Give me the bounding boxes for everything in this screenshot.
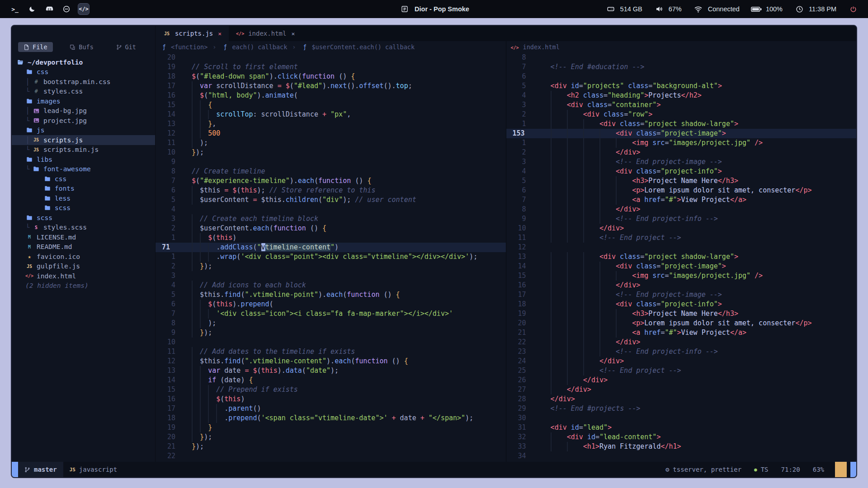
code-line[interactable]: 17var scrollDistance = $("#lead").next()… bbox=[156, 81, 506, 91]
code-line[interactable]: 1<img src="images/project.jpg" /> bbox=[506, 138, 857, 148]
code-line[interactable]: 16$(this) bbox=[156, 394, 506, 404]
code-line[interactable]: 9}); bbox=[156, 328, 506, 338]
code-line[interactable]: 17<!-- End project-image --> bbox=[506, 290, 857, 300]
code-line[interactable]: 4// Add icons to each block bbox=[156, 281, 506, 290]
code-line[interactable]: 22 bbox=[156, 451, 506, 461]
code-line[interactable]: 19<h3>Project Name Here</h3> bbox=[506, 309, 857, 319]
code-line[interactable]: 21<a href="#">View Project</a> bbox=[506, 328, 857, 338]
code-line[interactable]: 14<div class="project-image"> bbox=[506, 262, 857, 271]
tree-item-images[interactable]: images bbox=[12, 96, 155, 106]
code-line[interactable]: 14if (date) { bbox=[156, 375, 506, 385]
tree-item-scss[interactable]: scss bbox=[12, 203, 155, 213]
sidebar-tab-bufs[interactable]: Bufs bbox=[64, 42, 99, 52]
code-line[interactable]: 34 bbox=[506, 451, 857, 461]
now-playing[interactable]: Dior - Pop Smoke bbox=[399, 0, 469, 18]
tree-item-bootstrap-min-css[interactable]: │#bootstrap.min.css bbox=[12, 77, 155, 87]
code-line[interactable]: 1<div class="project shadow-large"> bbox=[506, 119, 857, 129]
code-line[interactable]: 5<h3>Project Name Here</h3> bbox=[506, 176, 857, 186]
code-line[interactable]: 5$userContent = $this.children("div"); /… bbox=[156, 195, 506, 205]
code-line[interactable]: 1$(this) bbox=[156, 233, 506, 243]
code-line[interactable]: 17.parent() bbox=[156, 404, 506, 413]
terminal-icon[interactable]: >_ bbox=[9, 3, 21, 15]
tree-item-license-md[interactable]: MLICENSE.md bbox=[12, 232, 155, 242]
code-line[interactable]: 5<div id="projects" class="background-al… bbox=[506, 81, 857, 91]
code-line[interactable]: 12500 bbox=[156, 129, 506, 138]
tree-item-scripts-min-js[interactable]: └JSscripts.min.js bbox=[12, 145, 155, 155]
record-icon[interactable] bbox=[61, 3, 72, 15]
tree-item-css[interactable]: css bbox=[12, 67, 155, 77]
tree-item-less[interactable]: less bbox=[12, 193, 155, 203]
code-line[interactable]: 7<!-- End #education --> bbox=[506, 62, 857, 72]
breadcrumb-item[interactable]: ƒ$userContent.each() callback bbox=[301, 43, 415, 51]
code-line[interactable]: 16</div> bbox=[506, 281, 857, 290]
tree-item-styles-scss[interactable]: └Sstyles.scss bbox=[12, 223, 155, 233]
sidebar-tab-file[interactable]: File bbox=[18, 42, 53, 52]
code-line[interactable]: 8</div> bbox=[506, 205, 857, 214]
code-line[interactable]: 18<div class="project-info"> bbox=[506, 300, 857, 309]
tree-item-readme-md[interactable]: MREADME.md bbox=[12, 242, 155, 252]
code-line[interactable]: 22</div> bbox=[506, 338, 857, 347]
code-line[interactable]: 3<div class="container"> bbox=[506, 100, 857, 110]
code-line[interactable]: 8); bbox=[156, 319, 506, 328]
moon-icon[interactable] bbox=[26, 3, 38, 15]
code-line[interactable]: 6$this = $(this); // Store reference to … bbox=[156, 186, 506, 195]
code-line[interactable]: 33<h1>Ryan Fitzgerald</h1> bbox=[506, 442, 857, 451]
code-line[interactable]: 23<!-- End project-info --> bbox=[506, 347, 857, 357]
sidebar-tab-git[interactable]: Git bbox=[111, 42, 142, 52]
code-line[interactable]: 4 bbox=[156, 205, 506, 214]
code-line[interactable]: 13<div class="project shadow-large"> bbox=[506, 252, 857, 262]
code-line[interactable]: 18$("#lead-down span").click(function ()… bbox=[156, 72, 506, 81]
code-line[interactable]: 2}); bbox=[156, 262, 506, 271]
tree-item-css[interactable]: css bbox=[12, 174, 155, 184]
code-line[interactable]: 6$(this).prepend( bbox=[156, 300, 506, 309]
code-line[interactable]: 4<div class="project-info"> bbox=[506, 167, 857, 176]
code-line[interactable]: 20}); bbox=[156, 432, 506, 442]
code-line[interactable]: 3 bbox=[156, 271, 506, 281]
code-line[interactable]: 153<div class="project-image"> bbox=[506, 129, 857, 138]
code-line[interactable]: 12$this.find(".vtimeline-content").each(… bbox=[156, 357, 506, 366]
tree-item-scss[interactable]: scss bbox=[12, 213, 155, 223]
code-line[interactable]: 7'<div class="icon"><i class="fa fa-map-… bbox=[156, 309, 506, 319]
tree-item-index-html[interactable]: </>index.html bbox=[12, 271, 155, 281]
code-line[interactable]: 29<!-- End #projects --> bbox=[506, 404, 857, 413]
tree-item-libs[interactable]: libs bbox=[12, 155, 155, 164]
code-line[interactable]: 7<a href="#">View Project</a> bbox=[506, 195, 857, 205]
code-line[interactable]: 21}); bbox=[156, 442, 506, 451]
code-line[interactable]: 7$("#experience-timeline").each(function… bbox=[156, 176, 506, 186]
code-line[interactable]: 11<!-- End project --> bbox=[506, 233, 857, 243]
tree-item-gulpfile-js[interactable]: JSgulpfile.js bbox=[12, 262, 155, 272]
code-line[interactable]: 5$this.find(".vtimeline-point").each(fun… bbox=[156, 290, 506, 300]
code-line[interactable]: 25<!-- End project --> bbox=[506, 366, 857, 375]
code-line[interactable]: 8 bbox=[506, 53, 857, 62]
code-line[interactable]: 2$userContent.each(function () { bbox=[156, 224, 506, 233]
code-line[interactable]: 3<!-- End project-image --> bbox=[506, 157, 857, 167]
close-icon[interactable]: × bbox=[218, 30, 222, 37]
volume-indicator[interactable]: 67% bbox=[653, 3, 682, 15]
code-line[interactable]: 10</div> bbox=[506, 224, 857, 233]
code-line[interactable]: 26</div> bbox=[506, 375, 857, 385]
breadcrumb-item[interactable]: ƒeach() callback bbox=[221, 43, 287, 51]
tree-item-project-jpg[interactable]: └project.jpg bbox=[12, 116, 155, 126]
code-line[interactable]: 19} bbox=[156, 423, 506, 432]
network-indicator[interactable]: Connected bbox=[693, 3, 740, 15]
code-line[interactable]: 2<div class="row"> bbox=[506, 110, 857, 119]
code-line[interactable]: 9 bbox=[156, 157, 506, 167]
code-line[interactable]: 10 bbox=[156, 338, 506, 347]
tree-item-2-hidden-items[interactable]: (2 hidden items) bbox=[12, 281, 155, 291]
code-line[interactable]: 2</div> bbox=[506, 148, 857, 157]
tree-item-fonts[interactable]: fonts bbox=[12, 184, 155, 194]
code-line[interactable]: 6 bbox=[506, 72, 857, 81]
code-line[interactable]: 30 bbox=[506, 413, 857, 423]
code-line[interactable]: 31<div id="lead"> bbox=[506, 423, 857, 432]
code-line[interactable]: 13var date = $(this).data("date"); bbox=[156, 366, 506, 375]
code-line[interactable]: 28</div> bbox=[506, 394, 857, 404]
tab-index-html[interactable]: </>index.html× bbox=[229, 26, 302, 41]
code-line[interactable]: 71.addClass("vtimeline-content") bbox=[156, 243, 506, 252]
power-button[interactable] bbox=[847, 3, 859, 15]
clock-indicator[interactable]: 11:38 PM bbox=[793, 3, 836, 15]
tab-scripts-js[interactable]: JSscripts.js× bbox=[156, 26, 229, 41]
code-line[interactable]: 27</div> bbox=[506, 385, 857, 394]
code-line[interactable]: 16$("html, body").animate( bbox=[156, 91, 506, 100]
code-workspace-icon[interactable]: </> bbox=[78, 3, 90, 15]
discord-icon[interactable] bbox=[43, 3, 55, 15]
